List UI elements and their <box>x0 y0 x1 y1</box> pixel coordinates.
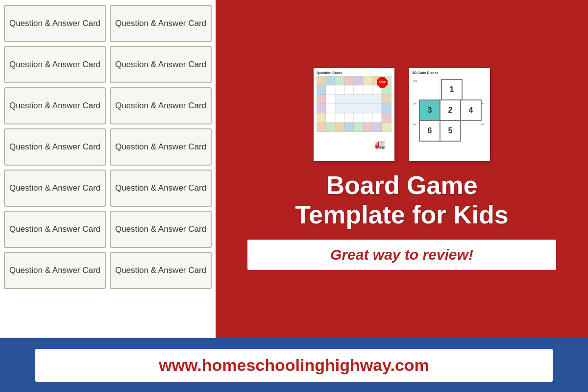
board-preview-inner: Question Cards STOP <box>317 71 392 158</box>
right-panel: Question Cards STOP <box>216 0 588 338</box>
qa-card-7: Question & Answer Card <box>4 128 106 166</box>
qa-card-12: Question & Answer Card <box>110 211 212 248</box>
stop-text: STOP <box>379 81 386 84</box>
svg-text:4: 4 <box>469 106 473 114</box>
svg-rect-18 <box>335 95 382 104</box>
qa-card-3: Question & Answer Card <box>4 46 106 83</box>
url-banner: www.homeschoolinghighway.com <box>35 349 553 382</box>
svg-rect-4 <box>354 76 363 85</box>
svg-text:✂: ✂ <box>413 122 417 127</box>
qa-card-8: Question & Answer Card <box>110 128 212 166</box>
qa-card-9: Question & Answer Card <box>4 170 106 207</box>
qa-card-5: Question & Answer Card <box>4 87 106 124</box>
dice-title: 3D Cube Dienes <box>412 71 487 74</box>
title-line2: Template for Kids <box>295 200 508 229</box>
svg-rect-16 <box>317 95 326 104</box>
dice-preview: 3D Cube Dienes ✂ 1 3 2 <box>409 68 490 161</box>
qa-card-13: Question & Answer Card <box>4 252 106 289</box>
qa-card-4: Question & Answer Card <box>110 46 212 83</box>
qa-card-6: Question & Answer Card <box>110 87 212 124</box>
bottom-bar: www.homeschoolinghighway.com <box>0 338 588 392</box>
svg-text:2: 2 <box>448 106 453 114</box>
review-text: Great way to review! <box>330 246 473 263</box>
svg-rect-19 <box>382 95 392 104</box>
qa-card-14: Question & Answer Card <box>110 252 212 289</box>
svg-rect-0 <box>317 76 326 85</box>
dice-svg: ✂ 1 3 2 4 6 <box>412 77 487 158</box>
svg-rect-35 <box>344 122 354 132</box>
svg-text:5: 5 <box>448 126 453 135</box>
svg-rect-3 <box>344 76 354 85</box>
svg-text:✂: ✂ <box>413 101 417 106</box>
svg-rect-23 <box>382 104 392 113</box>
truck-icon: 🚛 <box>374 139 386 149</box>
svg-text:3: 3 <box>428 106 432 114</box>
svg-rect-26 <box>335 113 344 122</box>
title-line1: Board Game <box>326 171 477 199</box>
svg-rect-38 <box>372 122 382 132</box>
svg-rect-31 <box>382 113 392 122</box>
svg-rect-8 <box>317 85 326 95</box>
svg-rect-12 <box>354 85 363 95</box>
qa-card-1: Question & Answer Card <box>4 5 106 42</box>
svg-rect-10 <box>335 85 344 95</box>
svg-rect-25 <box>326 113 335 122</box>
svg-rect-37 <box>363 122 372 132</box>
svg-rect-32 <box>317 122 326 132</box>
svg-text:✂: ✂ <box>481 101 485 106</box>
svg-rect-13 <box>363 85 372 95</box>
preview-images-row: Question Cards STOP <box>314 68 490 161</box>
review-banner: Great way to review! <box>247 240 556 270</box>
svg-text:1: 1 <box>450 85 454 94</box>
svg-rect-22 <box>335 104 382 113</box>
cards-panel: Question & Answer Card Question & Answer… <box>0 0 216 338</box>
main-title: Board Game Template for Kids <box>295 171 508 230</box>
svg-rect-39 <box>382 122 392 132</box>
svg-rect-29 <box>363 113 372 122</box>
svg-rect-33 <box>326 122 335 132</box>
svg-rect-21 <box>326 104 335 113</box>
board-game-preview: Question Cards STOP <box>314 68 394 161</box>
website-url: www.homeschoolinghighway.com <box>159 356 429 374</box>
svg-rect-20 <box>317 104 326 113</box>
svg-rect-9 <box>326 85 335 95</box>
svg-rect-1 <box>326 76 335 85</box>
qa-card-11: Question & Answer Card <box>4 211 106 248</box>
qa-card-2: Question & Answer Card <box>110 5 212 42</box>
svg-rect-2 <box>335 76 344 85</box>
svg-rect-28 <box>354 113 363 122</box>
svg-rect-5 <box>363 76 372 85</box>
svg-rect-36 <box>354 122 363 132</box>
svg-rect-24 <box>317 113 326 122</box>
svg-rect-34 <box>335 122 344 132</box>
board-preview-title: Question Cards <box>317 71 392 74</box>
svg-text:6: 6 <box>428 126 432 135</box>
svg-rect-17 <box>326 95 335 104</box>
svg-rect-27 <box>344 113 354 122</box>
qa-card-10: Question & Answer Card <box>110 170 212 207</box>
svg-text:✂: ✂ <box>481 122 485 127</box>
svg-rect-11 <box>344 85 354 95</box>
scissors-tl: ✂ <box>413 78 417 84</box>
svg-rect-30 <box>372 113 382 122</box>
